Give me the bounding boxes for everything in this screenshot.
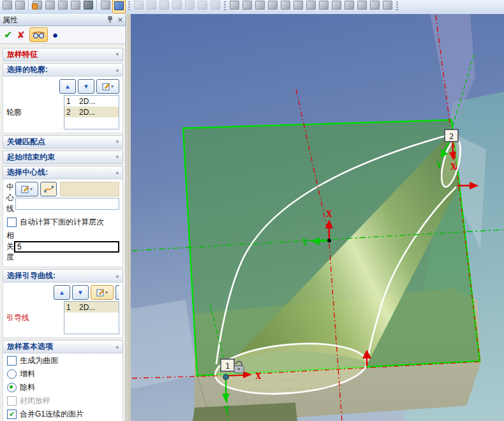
guides-label: 引导线 [6, 301, 64, 334]
sketch-tool-icon[interactable] [145, 0, 158, 13]
toolbar-grip[interactable] [222, 0, 228, 12]
mirror-feature-icon[interactable] [343, 0, 355, 13]
marker-1-label: 1 [225, 362, 230, 371]
close-icon[interactable]: ✕ [117, 17, 123, 24]
guides-list[interactable]: 1 2D... [64, 301, 119, 334]
edit-sketch-button[interactable]: ▾ [96, 79, 119, 94]
centerline-input[interactable] [15, 198, 119, 210]
centerline-swatch [60, 182, 119, 196]
list-item[interactable]: 1 2D... [64, 96, 119, 107]
surface-checkbox[interactable] [7, 356, 17, 366]
curve-picker-button[interactable] [40, 182, 57, 196]
hole-feature-icon[interactable] [279, 0, 292, 13]
shell-feature-icon[interactable] [292, 0, 304, 13]
toolbar-grip[interactable] [394, 0, 400, 12]
chevron-down-icon: ▾ [30, 186, 33, 192]
chevron-up-icon: ▴ [115, 67, 119, 73]
preview-glasses-button[interactable] [29, 27, 48, 42]
match-points-section-header[interactable]: 关键匹配点 ▾ [3, 135, 123, 149]
cut-material-radio[interactable] [7, 383, 17, 392]
cut-material-row[interactable]: 除料 [3, 381, 122, 394]
property-panel: 属性 ✕ ✔ ✘ ● 放样特征 [0, 14, 126, 421]
select-centerline-button[interactable]: ▾ [15, 182, 38, 196]
pattern-feature-icon[interactable] [330, 0, 343, 13]
chamfer-feature-icon[interactable] [318, 0, 330, 13]
cancel-button[interactable]: ✘ [17, 30, 25, 40]
move-up-button[interactable]: ▲ [54, 285, 70, 300]
sphere-icon[interactable]: ● [52, 30, 58, 40]
auto-compute-row[interactable]: 自动计算下面的计算层次 [3, 216, 122, 229]
closed-loft-checkbox [7, 396, 17, 406]
chevron-down-icon: ▾ [105, 290, 108, 295]
move-up-button[interactable]: ▲ [59, 79, 76, 94]
extra-button-partial[interactable] [115, 285, 119, 300]
solid-tool-icon[interactable] [209, 0, 221, 13]
edit-sketch-icon [96, 288, 105, 297]
guides-section-header[interactable]: 选择引导曲线: ▴ [3, 269, 123, 283]
plane-origin-point[interactable] [327, 239, 331, 242]
profile-2-marker[interactable]: 2 [445, 129, 458, 142]
centerline-section-header[interactable]: 选择中心线: ▴ [3, 166, 123, 179]
stamp-tool-icon[interactable] [184, 0, 196, 13]
copy-part-icon[interactable] [44, 0, 56, 13]
revolve-feature-icon[interactable] [241, 0, 253, 13]
feature-header[interactable]: 放样特征 ▾ [3, 48, 123, 61]
chevron-up-icon: ▴ [115, 170, 119, 175]
thread-feature-icon[interactable] [382, 0, 394, 13]
save-file-icon[interactable] [82, 0, 94, 13]
window-manager-icon[interactable] [112, 0, 126, 13]
relevance-row: 相关度 [3, 229, 122, 265]
panel-command-bar: ✔ ✘ ● [0, 26, 126, 44]
move-down-button[interactable]: ▼ [72, 285, 89, 300]
axis-y-label: Y [302, 238, 308, 247]
profiles-list[interactable]: 1 2D... 2 2D... [64, 95, 119, 129]
surface-option-row[interactable]: 生成为曲面 [3, 354, 122, 367]
profiles-section-header[interactable]: 选择的轮廓: ▴ [3, 63, 123, 77]
chevron-down-icon: ▾ [111, 84, 114, 89]
guides-section-body: ▲ ▼ ▾ 引导线 1 2D... [3, 283, 123, 338]
curve-icon [44, 185, 54, 193]
viewport-canvas[interactable]: X Y X Y X Y 2 1 [131, 14, 504, 421]
user-session-icon[interactable] [31, 0, 43, 13]
chevron-down-icon: ▾ [115, 139, 119, 145]
relevance-input[interactable] [14, 241, 119, 253]
draft-feature-icon[interactable] [369, 0, 381, 13]
pdf-export-icon[interactable] [133, 0, 145, 13]
freeform-tool-icon[interactable] [196, 0, 209, 13]
spline-tool-icon[interactable] [158, 0, 170, 13]
application-window: { "top_toolbar": { "items": [ {"name":"n… [0, 0, 504, 421]
merge-g1-checkbox[interactable]: ✔ [7, 410, 17, 419]
print-icon[interactable] [100, 0, 112, 13]
ok-button[interactable]: ✔ [4, 30, 12, 40]
add-material-radio[interactable] [7, 369, 17, 379]
list-item[interactable]: 1 2D... [64, 302, 119, 313]
profile-1-marker[interactable]: 1 [221, 359, 244, 373]
axis-y-label: Y [436, 161, 442, 170]
move-down-button[interactable]: ▼ [78, 79, 94, 94]
edit-guide-button[interactable]: ▾ [91, 285, 114, 300]
options-section-header[interactable]: 放样基本选项 ▴ [3, 340, 123, 353]
rib-feature-icon[interactable] [356, 0, 368, 13]
auto-compute-checkbox[interactable] [7, 218, 17, 227]
sketch1-origin-point[interactable] [223, 374, 229, 380]
list-item[interactable]: 2 2D... [64, 107, 119, 117]
loft-feature-icon[interactable] [254, 0, 266, 13]
merge-g1-row[interactable]: ✔ 合并G1连续的面片 [3, 408, 122, 421]
pin-icon[interactable] [107, 16, 114, 24]
main-toolbar [0, 0, 504, 15]
panel-titlebar: 属性 ✕ [0, 14, 126, 26]
sweep-feature-icon[interactable] [267, 0, 279, 13]
panel-title: 属性 [3, 15, 18, 26]
open-file-icon[interactable] [14, 0, 26, 13]
chevron-up-icon: ▴ [115, 344, 119, 350]
new-part-icon[interactable] [1, 0, 13, 13]
extrude-feature-icon[interactable] [228, 0, 241, 13]
open-folder-icon[interactable] [57, 0, 69, 13]
start-end-section-header[interactable]: 起始/结束约束 ▾ [3, 151, 123, 164]
surface-tool-icon[interactable] [171, 0, 183, 13]
3d-viewport[interactable]: X Y X Y X Y 2 1 [131, 14, 504, 421]
import-model-icon[interactable] [70, 0, 82, 13]
toolbar-grip[interactable] [126, 0, 132, 12]
add-material-row[interactable]: 增料 [3, 367, 122, 381]
fillet-feature-icon[interactable] [305, 0, 317, 13]
